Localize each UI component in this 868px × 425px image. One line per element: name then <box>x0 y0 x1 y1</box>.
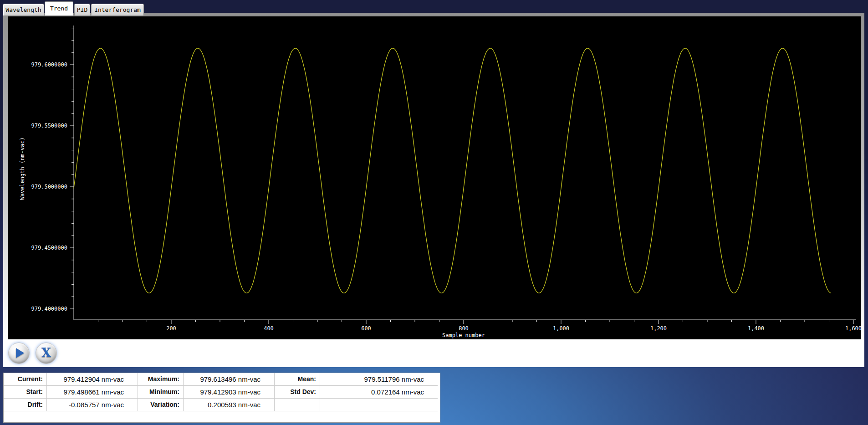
x-tick-label: 800 <box>459 325 469 332</box>
y-tick-label: 979.6000000 <box>31 61 67 68</box>
x-tick-label: 600 <box>361 325 371 332</box>
stat-label-mean: Mean: <box>275 373 320 386</box>
y-axis-label: Wavelength (nm-vac) <box>19 137 26 200</box>
tab-bar: Wavelength Trend PID Interferogram <box>0 0 868 15</box>
trend-chart-widget: 979.4000000979.4500000979.5000000979.550… <box>3 13 864 367</box>
stat-value-current: 979.412904 nm-vac <box>47 373 138 386</box>
x-tick-label: 400 <box>264 325 274 332</box>
stat-label-drift: Drift: <box>4 399 47 411</box>
play-button[interactable] <box>8 343 30 364</box>
stat-value-variation: 0.200593 nm-vac <box>184 399 275 411</box>
stat-value-stddev: 0.072164 nm-vac <box>320 386 438 399</box>
stat-value-empty <box>320 399 438 411</box>
y-tick-label: 979.4500000 <box>31 245 67 251</box>
stat-label-maximum: Maximum: <box>138 373 184 386</box>
statistics-table: Current: 979.412904 nm-vac Maximum: 979.… <box>4 373 440 411</box>
stat-label-minimum: Minimum: <box>138 386 184 399</box>
y-tick-label: 979.5500000 <box>31 123 67 129</box>
x-tick-label: 200 <box>166 325 176 332</box>
x-tick-label: 1,600 <box>845 325 861 332</box>
x-tick-label: 1,000 <box>553 325 569 332</box>
stat-label-empty <box>275 399 320 411</box>
tab-interferogram[interactable]: Interferogram <box>91 4 144 15</box>
statistics-panel: Current: 979.412904 nm-vac Maximum: 979.… <box>3 373 440 423</box>
stat-label-variation: Variation: <box>138 399 184 411</box>
trend-trace <box>74 48 831 293</box>
stat-value-minimum: 979.412903 nm-vac <box>184 386 275 399</box>
tab-wavelength[interactable]: Wavelength <box>3 4 44 15</box>
y-tick-label: 979.4000000 <box>31 306 67 312</box>
stat-value-start: 979.498661 nm-vac <box>47 386 138 399</box>
tab-trend[interactable]: Trend <box>45 1 73 15</box>
stat-value-drift: -0.085757 nm-vac <box>47 399 138 411</box>
tab-pid[interactable]: PID <box>74 4 90 15</box>
stat-value-maximum: 979.613496 nm-vac <box>184 373 275 386</box>
stat-value-mean: 979.511796 nm-vac <box>320 373 438 386</box>
stat-label-start: Start: <box>4 386 47 399</box>
stop-button[interactable]: X <box>36 343 57 364</box>
x-axis-label: Sample number <box>442 332 485 338</box>
x-icon: X <box>36 343 56 364</box>
wavelength-meter-window: Wavelength Trend PID Interferogram 979.4… <box>0 0 868 425</box>
trend-plot: 979.4000000979.4500000979.5000000979.550… <box>8 16 861 339</box>
x-tick-label: 1,400 <box>748 325 764 332</box>
play-icon <box>16 348 24 358</box>
stat-label-stddev: Std Dev: <box>275 386 320 399</box>
x-tick-label: 1,200 <box>650 325 667 332</box>
y-tick-label: 979.5000000 <box>31 184 67 190</box>
stat-label-current: Current: <box>4 373 47 386</box>
trend-plot-area: 979.4000000979.4500000979.5000000979.550… <box>8 16 861 339</box>
